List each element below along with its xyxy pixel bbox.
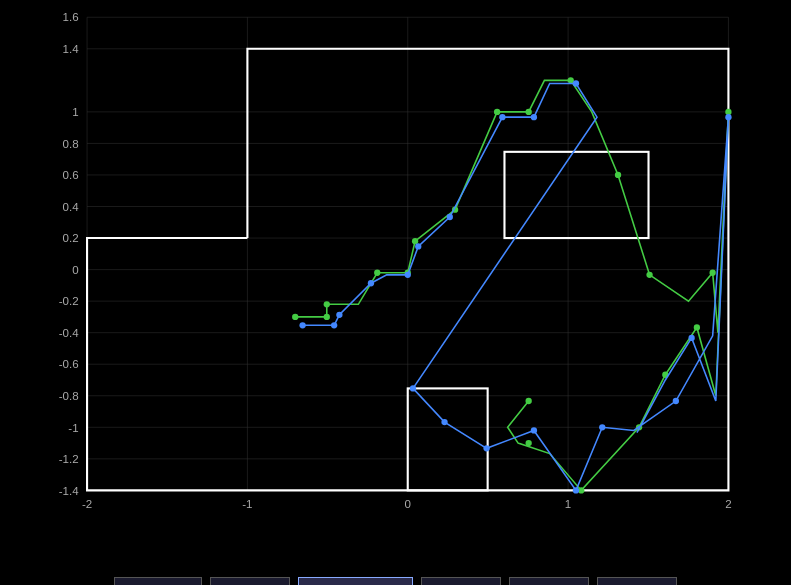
svg-point-75 [531, 427, 537, 433]
svg-point-63 [331, 322, 337, 328]
svg-point-76 [573, 487, 579, 493]
svg-point-51 [568, 77, 574, 83]
svg-point-72 [410, 385, 416, 391]
svg-text:-0.8: -0.8 [59, 390, 79, 402]
svg-point-62 [299, 322, 305, 328]
reset-button[interactable]: Reset (r) [114, 577, 203, 585]
svg-point-43 [324, 314, 330, 320]
svg-point-64 [336, 312, 342, 318]
svg-point-45 [374, 270, 380, 276]
svg-point-77 [599, 424, 605, 430]
svg-text:0.6: 0.6 [63, 169, 79, 181]
odom-button[interactable]: Odom [210, 577, 290, 585]
svg-rect-41 [504, 152, 648, 238]
button-bar: Reset (r) Odom Ground Truth Belief Map D… [0, 569, 791, 585]
svg-point-60 [526, 440, 532, 446]
svg-point-54 [710, 270, 716, 276]
svg-text:0: 0 [405, 498, 411, 510]
svg-point-42 [292, 314, 298, 320]
svg-point-49 [494, 109, 500, 115]
svg-point-47 [412, 238, 418, 244]
chart-area: 1.6 1.4 1 0.8 0.6 0.4 0.2 0 -0.2 -0.4 -0… [0, 0, 791, 569]
svg-point-65 [368, 280, 374, 286]
svg-point-74 [483, 445, 489, 451]
svg-text:1: 1 [565, 498, 571, 510]
svg-point-71 [573, 80, 579, 86]
svg-point-78 [673, 398, 679, 404]
svg-point-67 [415, 243, 421, 249]
svg-point-68 [447, 214, 453, 220]
main-container: 1.6 1.4 1 0.8 0.6 0.4 0.2 0 -0.2 -0.4 -0… [0, 0, 791, 585]
svg-text:-0.2: -0.2 [59, 295, 79, 307]
svg-point-61 [526, 398, 532, 404]
svg-text:-0.4: -0.4 [59, 327, 79, 339]
svg-text:-1.4: -1.4 [59, 485, 79, 497]
svg-point-53 [646, 272, 652, 278]
svg-text:-1.2: -1.2 [59, 453, 79, 465]
svg-text:2: 2 [725, 498, 731, 510]
svg-point-44 [324, 301, 330, 307]
svg-point-52 [615, 172, 621, 178]
svg-rect-40 [408, 388, 488, 490]
map-button[interactable]: Map [509, 577, 589, 585]
dist-button[interactable]: Dist. [597, 577, 677, 585]
svg-text:-1: -1 [242, 498, 252, 510]
svg-point-79 [725, 114, 731, 120]
svg-point-56 [694, 324, 700, 330]
svg-text:-0.6: -0.6 [59, 358, 79, 370]
svg-point-66 [405, 272, 411, 278]
svg-point-69 [499, 114, 505, 120]
svg-text:1.6: 1.6 [63, 11, 79, 23]
svg-point-50 [526, 109, 532, 115]
svg-text:1.4: 1.4 [63, 43, 80, 55]
svg-text:0: 0 [72, 264, 78, 276]
svg-text:-2: -2 [82, 498, 92, 510]
ground-truth-button[interactable]: Ground Truth [298, 577, 413, 585]
svg-text:0.4: 0.4 [63, 201, 80, 213]
svg-text:0.8: 0.8 [63, 138, 79, 150]
svg-point-73 [441, 419, 447, 425]
svg-point-80 [688, 335, 694, 341]
svg-point-70 [531, 114, 537, 120]
svg-text:-1: -1 [68, 422, 78, 434]
belief-button[interactable]: Belief [421, 577, 501, 585]
svg-text:1: 1 [72, 106, 78, 118]
svg-text:0.2: 0.2 [63, 232, 79, 244]
